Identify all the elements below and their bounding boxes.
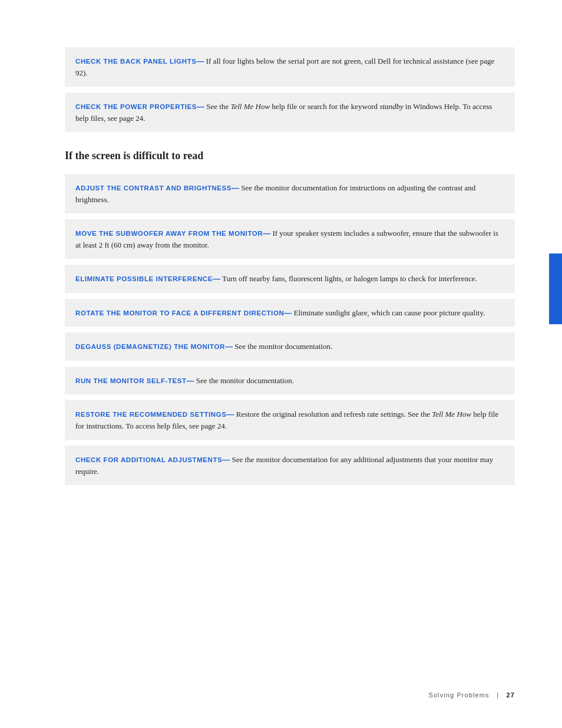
top-sections: Check the back panel lights— If all four…: [65, 47, 515, 132]
page-container: Check the back panel lights— If all four…: [0, 0, 562, 728]
section-run-self-test: Run the monitor self-test— See the monit…: [65, 367, 515, 395]
section-check-back-panel-lights: Check the back panel lights— If all four…: [65, 47, 515, 87]
heading-restore-settings: Restore the recommended settings: [75, 411, 227, 418]
heading-move-subwoofer: Move the subwoofer away from the monitor: [75, 230, 263, 237]
dash-7: —: [225, 342, 233, 351]
heading-eliminate-interference: Eliminate possible interference: [75, 275, 213, 282]
footer-page-number: 27: [507, 691, 515, 699]
footer: Solving Problems | 27: [428, 691, 515, 699]
heading-rotate-monitor: Rotate the monitor to face a different d…: [75, 309, 284, 317]
italic-standby: standby: [379, 102, 403, 111]
dash-9: —: [227, 410, 234, 419]
section-heading-difficult-to-read: If the screen is difficult to read: [65, 150, 515, 162]
heading-run-self-test: Run the monitor self-test: [75, 377, 187, 384]
section-check-power-properties: Check the Power Properties— See the Tell…: [65, 93, 515, 132]
main-sections: Adjust the contrast and brightness— See …: [65, 174, 515, 485]
section-restore-settings: Restore the recommended settings— Restor…: [65, 400, 515, 440]
heading-degauss: Degauss (demagnetize) the monitor: [75, 343, 225, 350]
italic-tell-me-how-1: Tell Me How: [230, 102, 270, 111]
heading-check-back-panel-lights: Check the back panel lights: [75, 58, 197, 65]
heading-adjust-contrast: Adjust the contrast and brightness: [75, 185, 232, 192]
footer-text: Solving Problems: [428, 691, 489, 699]
dash-6: —: [284, 308, 292, 317]
dash-1: —: [197, 57, 204, 65]
dash-8: —: [187, 376, 194, 385]
heading-check-power-properties: Check the Power Properties: [75, 103, 197, 110]
section-degauss: Degauss (demagnetize) the monitor— See t…: [65, 332, 515, 361]
section-move-subwoofer: Move the subwoofer away from the monitor…: [65, 219, 515, 259]
section-check-additional-adjustments: Check for additional adjustments— See th…: [65, 446, 515, 485]
section-adjust-contrast: Adjust the contrast and brightness— See …: [65, 174, 515, 213]
section-eliminate-interference: Eliminate possible interference— Turn of…: [65, 265, 515, 293]
dash-5: —: [213, 274, 220, 283]
heading-check-additional-adjustments: Check for additional adjustments: [75, 456, 222, 463]
blue-side-tab: [549, 253, 562, 324]
body-eliminate-interference: Turn off nearby fans, fluorescent lights…: [222, 274, 477, 283]
footer-separator: |: [497, 691, 499, 699]
body-rotate-monitor: Eliminate sunlight glare, which can caus…: [294, 308, 485, 317]
italic-tell-me-how-2: Tell Me How: [432, 410, 471, 419]
dash-10: —: [222, 455, 230, 464]
body-run-self-test: See the monitor documentation.: [196, 376, 294, 385]
dash-2: —: [197, 102, 204, 111]
body-degauss: See the monitor documentation.: [234, 342, 332, 351]
dash-4: —: [263, 229, 270, 238]
section-rotate-monitor: Rotate the monitor to face a different d…: [65, 299, 515, 327]
dash-3: —: [232, 183, 239, 192]
